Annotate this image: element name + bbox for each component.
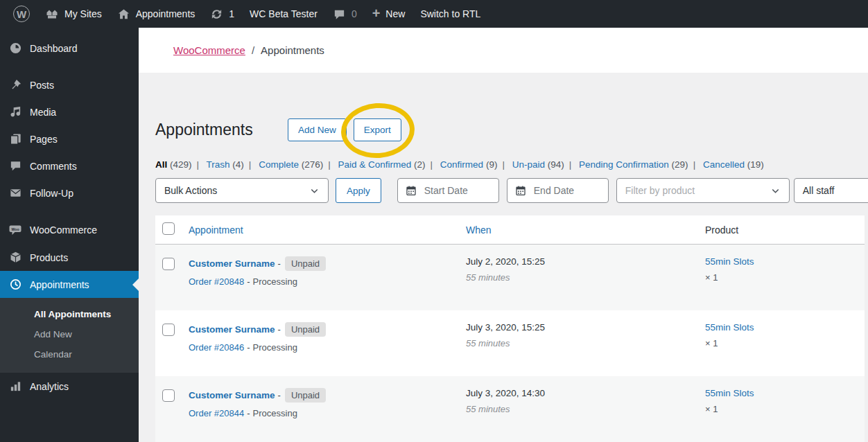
select-all-checkbox[interactable] <box>162 222 175 235</box>
admin-sidebar: Dashboard Posts Media Pages Comments Fol… <box>0 28 139 442</box>
sidebar-label: Follow-Up <box>30 188 73 199</box>
appointment-duration: 55 minutes <box>466 272 698 283</box>
pages-icon <box>8 132 22 145</box>
end-date-input[interactable] <box>532 184 600 197</box>
product-link[interactable]: 55min Slots <box>705 256 754 267</box>
submenu-label: Add New <box>34 329 72 339</box>
order-link[interactable]: Order #20846 <box>189 342 244 353</box>
comment-count: 0 <box>351 8 357 19</box>
sidebar-item-analytics[interactable]: Analytics <box>0 373 139 400</box>
pushpin-icon <box>8 78 22 91</box>
customer-link[interactable]: Customer Surname <box>189 258 275 269</box>
sort-when-header[interactable]: When <box>466 224 492 236</box>
wordpress-logo-menu[interactable]: W <box>6 0 37 28</box>
breadcrumb-woocommerce-link[interactable]: WooCommerce <box>173 44 245 56</box>
row-checkbox[interactable] <box>162 389 175 402</box>
appointments-table: Appointment When Product Customer Surnam… <box>155 215 865 442</box>
admin-top-bar: W My Sites Appointments 1 WC Beta Tester… <box>0 0 868 28</box>
sidebar-item-comments[interactable]: Comments <box>0 152 139 179</box>
start-date-input[interactable] <box>423 184 491 197</box>
sidebar-item-products[interactable]: Products <box>0 244 139 271</box>
sidebar-item-posts[interactable]: Posts <box>0 71 139 98</box>
filter-by-product-select[interactable]: Filter by product <box>616 178 790 203</box>
sort-appointment-header[interactable]: Appointment <box>189 224 243 236</box>
new-content-menu[interactable]: + New <box>365 0 413 28</box>
comments-menu[interactable]: 0 <box>325 0 365 28</box>
staff-filter-value: All staff <box>803 185 835 196</box>
product-link[interactable]: 55min Slots <box>705 322 754 333</box>
my-sites-menu[interactable]: My Sites <box>37 0 110 28</box>
envelope-icon <box>8 186 22 200</box>
status-badge: Unpaid <box>285 322 326 337</box>
start-date-field[interactable] <box>397 178 499 203</box>
wc-beta-tester-menu[interactable]: WC Beta Tester <box>242 0 325 28</box>
box-icon <box>8 251 22 264</box>
row-checkbox[interactable] <box>162 324 175 336</box>
sidebar-item-woocommerce[interactable]: Woo WooCommerce <box>0 216 139 244</box>
end-date-field[interactable] <box>507 178 609 203</box>
customer-link[interactable]: Customer Surname <box>189 390 275 400</box>
calendar-icon <box>515 185 526 196</box>
breadcrumb-bar: WooCommerce / Appointments <box>139 28 868 73</box>
new-label: New <box>385 8 405 19</box>
filter-unpaid[interactable]: Un-paid (94) <box>512 159 564 170</box>
wordpress-logo-icon: W <box>13 6 30 22</box>
order-status: Processing <box>253 408 297 418</box>
filter-pending-confirmation[interactable]: Pending Confirmation (29) <box>579 159 688 170</box>
filter-trash[interactable]: Trash (4) <box>207 159 244 170</box>
order-status: Processing <box>253 342 297 353</box>
submenu-item-all-appointments[interactable]: All Appointments <box>0 304 139 324</box>
submenu-item-calendar[interactable]: Calendar <box>0 344 139 364</box>
order-link[interactable]: Order #20844 <box>189 408 244 418</box>
customer-link[interactable]: Customer Surname <box>189 324 275 335</box>
status-badge: Unpaid <box>285 388 326 403</box>
sidebar-label: Pages <box>30 134 58 145</box>
switch-to-rtl-menu[interactable]: Switch to RTL <box>413 0 488 28</box>
menu-separator <box>0 206 139 216</box>
clock-icon <box>8 278 22 291</box>
chevron-down-icon <box>770 186 781 196</box>
bar-chart-icon <box>8 380 22 393</box>
submenu-item-add-new[interactable]: Add New <box>0 324 139 344</box>
sidebar-item-dashboard[interactable]: Dashboard <box>0 35 139 62</box>
filter-all[interactable]: All (429) <box>155 159 192 170</box>
order-link[interactable]: Order #20848 <box>189 276 244 287</box>
bulk-actions-select[interactable]: Bulk Actions <box>155 178 329 203</box>
apply-button[interactable]: Apply <box>336 178 381 203</box>
add-new-button[interactable]: Add New <box>288 118 347 141</box>
filter-confirmed[interactable]: Confirmed (9) <box>440 159 498 170</box>
status-filter-links: All (429)| Trash (4)| Complete (276)| Pa… <box>155 159 868 170</box>
site-name-label: Appointments <box>136 8 196 19</box>
staff-filter-select[interactable]: All staff <box>794 178 868 203</box>
woocommerce-icon: Woo <box>8 223 22 237</box>
filter-cancelled[interactable]: Cancelled (19) <box>703 159 764 170</box>
sidebar-item-media[interactable]: Media <box>0 98 139 125</box>
media-icon <box>8 105 22 118</box>
export-button[interactable]: Export <box>354 118 401 141</box>
row-checkbox[interactable] <box>162 258 175 270</box>
menu-separator <box>0 62 139 71</box>
page-title: Appointments <box>155 120 281 141</box>
site-menu[interactable]: Appointments <box>110 0 203 28</box>
title-row: Appointments Add New Export <box>155 73 868 141</box>
content-area: Appointments Add New Export All (429)| T… <box>139 73 868 442</box>
submenu-label: All Appointments <box>34 309 111 319</box>
product-qty: × 1 <box>705 272 858 283</box>
updates-menu[interactable]: 1 <box>202 0 242 28</box>
sidebar-item-pages[interactable]: Pages <box>0 125 139 152</box>
sidebar-item-follow-up[interactable]: Follow-Up <box>0 179 139 206</box>
sidebar-item-appointments[interactable]: Appointments <box>0 271 139 298</box>
table-header-row: Appointment When Product <box>155 215 865 245</box>
filter-complete[interactable]: Complete (276) <box>259 159 323 170</box>
calendar-icon <box>406 185 417 196</box>
sidebar-label: Comments <box>30 161 77 172</box>
dashboard-icon <box>8 42 22 55</box>
main-area: WooCommerce / Appointments Appointments … <box>139 28 868 442</box>
filter-paid-confirmed[interactable]: Paid & Confirmed (2) <box>338 159 425 170</box>
sidebar-label: Media <box>30 107 56 118</box>
submenu-label: Calendar <box>34 349 72 360</box>
breadcrumb-separator: / <box>252 44 254 56</box>
product-link[interactable]: 55min Slots <box>705 388 754 398</box>
sidebar-label: WooCommerce <box>30 224 97 236</box>
appointments-submenu: All Appointments Add New Calendar <box>0 298 139 373</box>
